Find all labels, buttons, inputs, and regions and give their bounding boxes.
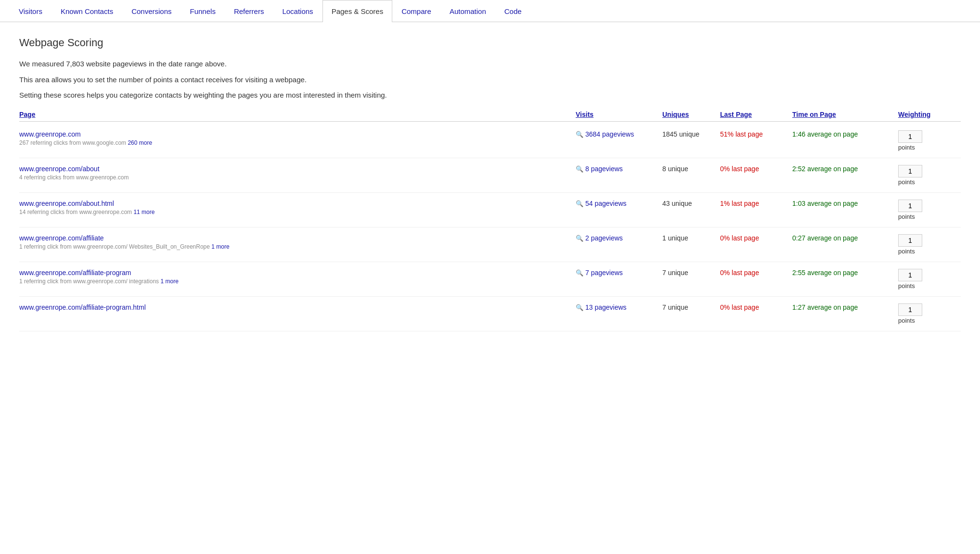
description-2: This area allows you to set the number o…: [19, 75, 961, 86]
col-header-page[interactable]: Page: [19, 111, 576, 118]
page-cell: www.greenrope.com/affiliate-program1 ref…: [19, 269, 576, 285]
weighting-cell: points: [898, 200, 961, 220]
time-on-page-cell: 1:27 average on page: [792, 303, 898, 311]
page-cell: www.greenrope.com/affiliate1 referring c…: [19, 234, 576, 250]
time-on-page-cell: 1:03 average on page: [792, 200, 898, 207]
nav-item-code[interactable]: Code: [495, 0, 531, 22]
webpage-scoring-table: Page Visits Uniques Last Page Time on Pa…: [19, 111, 961, 331]
more-link[interactable]: 260 more: [128, 139, 152, 146]
more-link[interactable]: 11 more: [133, 209, 155, 215]
col-header-visits[interactable]: Visits: [576, 111, 662, 118]
nav-item-visitors[interactable]: Visitors: [10, 0, 52, 22]
page-url-link[interactable]: www.greenrope.com/affiliate-program: [19, 269, 576, 277]
time-on-page-cell: 0:27 average on page: [792, 234, 898, 242]
weighting-cell: points: [898, 130, 961, 151]
weighting-cell: points: [898, 165, 961, 186]
uniques-cell: 43 unique: [662, 200, 720, 207]
main-content: Webpage Scoring We measured 7,803 websit…: [0, 22, 980, 346]
page-url-link[interactable]: www.greenrope.com/affiliate-program.html: [19, 303, 576, 311]
uniques-cell: 7 unique: [662, 269, 720, 277]
nav-item-referrers[interactable]: Referrers: [225, 0, 273, 22]
page-subtext: 1 referring click from www.greenrope.com…: [19, 243, 576, 250]
page-url-link[interactable]: www.greenrope.com: [19, 130, 576, 138]
points-label: points: [898, 144, 915, 151]
visits-cell: 🔍7 pageviews: [576, 269, 662, 277]
page-subtext: 1 referring click from www.greenrope.com…: [19, 278, 576, 285]
col-header-uniques[interactable]: Uniques: [662, 111, 720, 118]
nav-item-conversions[interactable]: Conversions: [122, 0, 181, 22]
magnify-icon[interactable]: 🔍: [576, 200, 583, 207]
magnify-icon[interactable]: 🔍: [576, 131, 583, 138]
uniques-cell: 7 unique: [662, 303, 720, 311]
nav-item-automation[interactable]: Automation: [440, 0, 495, 22]
magnify-icon[interactable]: 🔍: [576, 304, 583, 311]
last-page-cell: 0% last page: [720, 165, 792, 173]
table-row: www.greenrope.com/affiliate1 referring c…: [19, 227, 961, 262]
page-url-link[interactable]: www.greenrope.com/about: [19, 165, 576, 173]
last-page-cell: 1% last page: [720, 200, 792, 207]
magnify-icon[interactable]: 🔍: [576, 269, 583, 277]
points-label: points: [898, 248, 915, 255]
time-on-page-cell: 2:55 average on page: [792, 269, 898, 277]
page-subtext: 14 referring clicks from www.greenrope.c…: [19, 209, 576, 215]
page-url-link[interactable]: www.greenrope.com/affiliate: [19, 234, 576, 242]
time-on-page-cell: 2:52 average on page: [792, 165, 898, 173]
nav-item-pages--scores[interactable]: Pages & Scores: [322, 0, 393, 22]
points-label: points: [898, 317, 915, 324]
page-cell: www.greenrope.com267 referring clicks fr…: [19, 130, 576, 146]
main-nav: VisitorsKnown ContactsConversionsFunnels…: [0, 0, 980, 22]
page-url-link[interactable]: www.greenrope.com/about.html: [19, 200, 576, 207]
weight-input[interactable]: [898, 303, 922, 316]
weight-input[interactable]: [898, 269, 922, 281]
col-header-timeonpage[interactable]: Time on Page: [792, 111, 898, 118]
points-label: points: [898, 178, 915, 186]
weighting-cell: points: [898, 269, 961, 290]
visits-cell: 🔍13 pageviews: [576, 303, 662, 311]
uniques-cell: 1845 unique: [662, 130, 720, 138]
page-title: Webpage Scoring: [19, 37, 961, 49]
last-page-cell: 0% last page: [720, 269, 792, 277]
col-header-lastpage[interactable]: Last Page: [720, 111, 792, 118]
points-label: points: [898, 213, 915, 220]
weight-input[interactable]: [898, 165, 922, 177]
weight-input[interactable]: [898, 200, 922, 212]
nav-item-known-contacts[interactable]: Known Contacts: [52, 0, 122, 22]
visits-cell: 🔍3684 pageviews: [576, 130, 662, 138]
page-cell: www.greenrope.com/affiliate-program.html: [19, 303, 576, 311]
table-row: www.greenrope.com267 referring clicks fr…: [19, 124, 961, 158]
time-on-page-cell: 1:46 average on page: [792, 130, 898, 138]
magnify-icon[interactable]: 🔍: [576, 235, 583, 242]
weighting-cell: points: [898, 303, 961, 324]
last-page-cell: 0% last page: [720, 303, 792, 311]
points-label: points: [898, 282, 915, 290]
nav-item-locations[interactable]: Locations: [273, 0, 322, 22]
uniques-cell: 1 unique: [662, 234, 720, 242]
more-link[interactable]: 1 more: [211, 243, 229, 250]
table-row: www.greenrope.com/about4 referring click…: [19, 158, 961, 193]
page-cell: www.greenrope.com/about4 referring click…: [19, 165, 576, 181]
description-3: Setting these scores helps you categoriz…: [19, 90, 961, 101]
uniques-cell: 8 unique: [662, 165, 720, 173]
table-row: www.greenrope.com/affiliate-program1 ref…: [19, 262, 961, 297]
table-row: www.greenrope.com/about.html14 referring…: [19, 193, 961, 227]
description-1: We measured 7,803 website pageviews in t…: [19, 59, 961, 70]
last-page-cell: 51% last page: [720, 130, 792, 138]
table-header: Page Visits Uniques Last Page Time on Pa…: [19, 111, 961, 122]
weight-input[interactable]: [898, 130, 922, 143]
visits-cell: 🔍8 pageviews: [576, 165, 662, 173]
weighting-cell: points: [898, 234, 961, 255]
page-cell: www.greenrope.com/about.html14 referring…: [19, 200, 576, 215]
magnify-icon[interactable]: 🔍: [576, 165, 583, 173]
more-link[interactable]: 1 more: [160, 278, 178, 285]
table-body: www.greenrope.com267 referring clicks fr…: [19, 124, 961, 331]
page-subtext: 267 referring clicks from www.google.com…: [19, 139, 576, 146]
page-subtext: 4 referring clicks from www.greenrope.co…: [19, 174, 576, 181]
visits-cell: 🔍54 pageviews: [576, 200, 662, 207]
last-page-cell: 0% last page: [720, 234, 792, 242]
weight-input[interactable]: [898, 234, 922, 247]
table-row: www.greenrope.com/affiliate-program.html…: [19, 297, 961, 331]
nav-item-compare[interactable]: Compare: [392, 0, 440, 22]
col-header-weighting[interactable]: Weighting: [898, 111, 961, 118]
nav-item-funnels[interactable]: Funnels: [181, 0, 225, 22]
visits-cell: 🔍2 pageviews: [576, 234, 662, 242]
